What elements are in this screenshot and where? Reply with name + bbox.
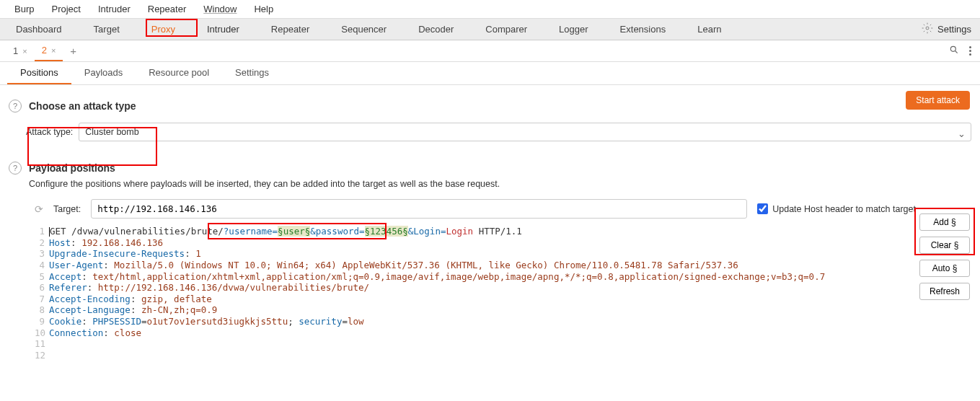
header-key: Accept-Encoding bbox=[49, 294, 131, 304]
menu-help[interactable]: Help bbox=[245, 1, 282, 17]
add-marker-button[interactable]: Add § bbox=[919, 213, 970, 231]
subtab-resource-pool[interactable]: Resource pool bbox=[136, 62, 222, 84]
settings-label[interactable]: Settings bbox=[937, 24, 971, 35]
menu-intruder[interactable]: Intruder bbox=[89, 1, 139, 17]
line-number: 6 bbox=[35, 282, 49, 294]
update-host-label: Update Host header to match target bbox=[772, 204, 916, 214]
tab-learn[interactable]: Learn bbox=[681, 19, 737, 40]
line-number: 10 bbox=[35, 327, 49, 339]
request-editor[interactable]: 1GET /dvwa/vulnerabilities/brute/?userna… bbox=[35, 226, 899, 361]
svg-line-2 bbox=[955, 51, 958, 53]
auto-marker-button[interactable]: Auto § bbox=[919, 260, 970, 277]
menubar: Burp Project Intruder Repeater Window He… bbox=[0, 0, 980, 19]
payload-positions-description: Configure the positions where payloads w… bbox=[29, 179, 971, 189]
refresh-button[interactable]: Refresh bbox=[919, 283, 970, 300]
amp: & bbox=[310, 226, 316, 237]
param-login-value: Login bbox=[446, 226, 473, 237]
tab-intruder[interactable]: Intruder bbox=[191, 19, 255, 40]
header-value: http://192.168.146.136/dvwa/vulnerabilit… bbox=[98, 282, 369, 293]
content-area: Start attack ? Choose an attack type Att… bbox=[0, 85, 980, 369]
line-number: 1 bbox=[35, 226, 49, 237]
search-icon[interactable] bbox=[949, 45, 959, 57]
header-value: close bbox=[114, 327, 141, 338]
header-value: gzip, deflate bbox=[141, 294, 212, 304]
section-attack-type-title: Choose an attack type bbox=[29, 100, 136, 112]
header-cookie-key: Cookie bbox=[49, 316, 81, 327]
tab-repeater[interactable]: Repeater bbox=[255, 19, 325, 40]
line-number: 9 bbox=[35, 316, 49, 327]
header-value: 1 bbox=[195, 248, 201, 259]
param-password-marker: §123456§ bbox=[365, 226, 408, 237]
line-number: 7 bbox=[35, 294, 49, 305]
param-username-marker: §user§ bbox=[278, 226, 310, 237]
header-key: Accept-Language bbox=[49, 304, 131, 315]
attack-type-label: Attack type: bbox=[26, 127, 73, 137]
close-icon[interactable]: × bbox=[51, 46, 56, 55]
line-number: 12 bbox=[35, 350, 49, 361]
menu-burp[interactable]: Burp bbox=[6, 1, 43, 17]
line-number: 8 bbox=[35, 304, 49, 316]
attack-type-select[interactable] bbox=[79, 123, 971, 141]
header-host-value: 192.168.146.136 bbox=[81, 237, 163, 248]
svg-point-0 bbox=[926, 27, 929, 30]
update-host-checkbox[interactable] bbox=[757, 203, 768, 214]
add-tab-button[interactable]: + bbox=[63, 40, 84, 61]
header-value: Mozilla/5.0 (Windows NT 10.0; Win64; x64… bbox=[114, 260, 738, 270]
numbered-tabs: 1 × 2 × + bbox=[0, 40, 980, 62]
tab-extensions[interactable]: Extensions bbox=[604, 19, 682, 40]
numtab-1[interactable]: 1 × bbox=[6, 41, 35, 61]
line-number: 4 bbox=[35, 260, 49, 271]
param-password-key: password bbox=[316, 226, 359, 237]
line-number: 2 bbox=[35, 237, 49, 249]
tab-logger[interactable]: Logger bbox=[543, 19, 604, 40]
section-payload-positions-title: Payload positions bbox=[29, 162, 115, 174]
numtab-2-label: 2 bbox=[42, 45, 47, 56]
menu-repeater[interactable]: Repeater bbox=[139, 1, 195, 17]
header-key: Connection bbox=[49, 327, 103, 338]
menu-project[interactable]: Project bbox=[43, 1, 89, 17]
subtab-positions[interactable]: Positions bbox=[7, 62, 71, 84]
sub-tabs: Positions Payloads Resource pool Setting… bbox=[0, 62, 980, 85]
menu-window[interactable]: Window bbox=[195, 1, 245, 17]
cookie-key: security bbox=[299, 316, 342, 327]
gear-icon[interactable] bbox=[922, 22, 933, 36]
cookie-value: low bbox=[348, 316, 364, 327]
cookie-key: PHPSESSID bbox=[92, 316, 141, 327]
close-icon[interactable]: × bbox=[22, 47, 27, 56]
line-number: 11 bbox=[35, 338, 49, 350]
loading-icon: ⟳ bbox=[35, 203, 43, 215]
request-path: GET /dvwa/vulnerabilities/brute/ bbox=[50, 226, 224, 237]
subtab-payloads[interactable]: Payloads bbox=[71, 62, 136, 84]
header-value: text/html,application/xhtml+xml,applicat… bbox=[92, 271, 825, 282]
svg-point-1 bbox=[950, 46, 955, 51]
param-username-key: username bbox=[229, 226, 272, 237]
header-value: zh-CN,zh;q=0.9 bbox=[141, 304, 217, 315]
tab-proxy[interactable]: Proxy bbox=[136, 19, 191, 40]
tab-dashboard[interactable]: Dashboard bbox=[0, 19, 78, 40]
header-key: Referer bbox=[49, 282, 87, 293]
param-login-key: Login bbox=[413, 226, 441, 237]
header-key: Upgrade-Insecure-Requests bbox=[49, 248, 185, 259]
numtab-1-label: 1 bbox=[13, 45, 18, 56]
more-icon[interactable] bbox=[969, 46, 971, 56]
tab-target[interactable]: Target bbox=[78, 19, 136, 40]
http-version: HTTP/1.1 bbox=[473, 226, 522, 237]
numtab-2[interactable]: 2 × bbox=[35, 40, 63, 61]
tab-sequencer[interactable]: Sequencer bbox=[325, 19, 402, 40]
target-input[interactable] bbox=[91, 199, 747, 219]
line-number: 3 bbox=[35, 248, 49, 260]
help-icon[interactable]: ? bbox=[9, 162, 22, 175]
cookie-value: o1ut7ov1ersutd3iugkkjs5ttu bbox=[146, 316, 288, 327]
target-label: Target: bbox=[53, 204, 81, 214]
subtab-settings[interactable]: Settings bbox=[222, 62, 282, 84]
side-buttons: Add § Clear § Auto § Refresh bbox=[919, 213, 970, 300]
clear-marker-button[interactable]: Clear § bbox=[919, 237, 970, 254]
header-key: User-Agent bbox=[49, 260, 103, 270]
header-key: Accept bbox=[49, 271, 81, 282]
line-number: 5 bbox=[35, 271, 49, 283]
header-host-key: Host bbox=[49, 237, 71, 248]
main-tabbar: Dashboard Target Proxy Intruder Repeater… bbox=[0, 19, 980, 40]
help-icon[interactable]: ? bbox=[9, 100, 22, 113]
tab-comparer[interactable]: Comparer bbox=[469, 19, 543, 40]
tab-decoder[interactable]: Decoder bbox=[402, 19, 469, 40]
